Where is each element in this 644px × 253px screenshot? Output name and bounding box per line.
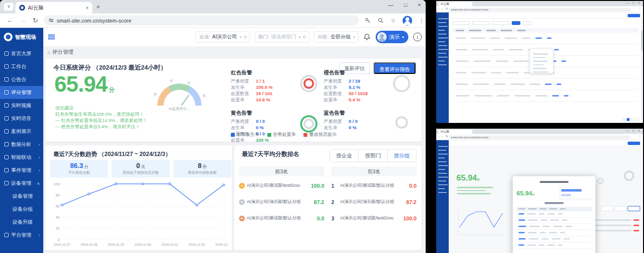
menu-item-icon xyxy=(4,51,9,56)
advice-line: 优化建议 xyxy=(55,105,147,111)
mini-rank-score xyxy=(633,219,639,221)
sidebar-item-数据分析[interactable]: 数据分析› xyxy=(0,138,43,151)
stat-value: 0 / 0 xyxy=(349,118,358,124)
bookmark-star-icon[interactable]: ☆ xyxy=(391,17,396,24)
skeleton-bar xyxy=(472,49,488,50)
browser-menu-icon[interactable]: ⋮ xyxy=(419,17,425,24)
stat-label: 处置数量 xyxy=(231,90,256,96)
sidebar-item-评分管理[interactable]: 评分管理 xyxy=(0,86,43,99)
zoom-icon[interactable] xyxy=(378,17,384,24)
skeleton-bar xyxy=(528,232,537,233)
sidebar-item-工作台[interactable]: 工作台 xyxy=(0,60,43,73)
back-icon[interactable]: ← xyxy=(7,17,13,24)
sidebar-item-智能联动[interactable]: 智能联动› xyxy=(0,151,43,164)
legend-swatch xyxy=(267,133,271,137)
skeleton-bar xyxy=(533,60,547,62)
skeleton-bar xyxy=(539,213,544,215)
stat-value: 100.0 % xyxy=(256,84,273,90)
link-icon[interactable] xyxy=(303,36,306,38)
menu-item-icon xyxy=(4,155,9,159)
app-logo-icon xyxy=(4,33,13,41)
stat-value: 1 / 1 xyxy=(256,78,265,84)
forward-icon[interactable]: → xyxy=(20,17,26,24)
sidebar-item-label: 设备管理 xyxy=(13,193,33,200)
notification-bell-icon[interactable] xyxy=(363,33,371,41)
sidebar-item-实时语音[interactable]: 实时语音 xyxy=(0,112,43,125)
link-icon[interactable] xyxy=(244,36,247,38)
score-gauge: 差 中 良 优 AI监测评分… xyxy=(155,80,203,113)
chevron-icon: ∧ xyxy=(37,181,40,186)
group-select[interactable]: 分组: 全部分组 ▾ xyxy=(314,31,358,43)
chevron-icon: › xyxy=(38,168,40,173)
advice-line: 红色告警发生率高达100.0%，请尽快处理！ xyxy=(55,111,147,117)
browser-toolbar: ← → ↻ smart-site.com.cn/system-score ☆ ⋮ xyxy=(0,13,426,28)
skeleton-bar xyxy=(562,219,568,221)
tab-close-icon[interactable]: × xyxy=(86,5,88,11)
sidebar-item-实时视频[interactable]: 实时视频 xyxy=(0,99,43,112)
secondary-window-top[interactable]: AI云脑 — □ × ‹ › ↻ smart-site.com.cn/syste… xyxy=(436,1,643,123)
skeleton-bar xyxy=(560,208,566,210)
sidebar-item-案例展示[interactable]: 案例展示 xyxy=(0,125,43,138)
mini-donut xyxy=(624,170,634,181)
tab-search-button[interactable]: ∨ xyxy=(4,3,13,11)
rank-row: ★AI演示公司/测试部/testGrou100.0 xyxy=(239,179,324,193)
trend-stat-value: 0次 xyxy=(112,162,170,170)
medal-icon: ★ xyxy=(239,183,245,189)
mini-table-header xyxy=(453,28,638,33)
skeleton-bar xyxy=(518,208,525,210)
trend-stat-label: 系统评分报告份数 xyxy=(173,170,231,175)
skeleton-bar xyxy=(528,219,538,221)
window-close-button[interactable]: × xyxy=(418,2,421,8)
menu-item-icon xyxy=(4,77,9,82)
mini-url: smart-site.com.cn/system-score xyxy=(449,135,631,139)
ranking-tab-按分组[interactable]: 按分组 xyxy=(387,150,416,162)
enterprise-select[interactable]: 企业: AI演示公司 ▾ xyxy=(196,31,250,43)
info-icon[interactable]: i xyxy=(413,33,422,41)
browser-profile-avatar[interactable] xyxy=(403,16,412,25)
ranking-tab-按部门[interactable]: 按部门 xyxy=(358,150,387,162)
reload-icon[interactable]: ↻ xyxy=(33,17,38,24)
skeleton-bar xyxy=(549,232,557,233)
trend-stat-label: 系统处于危险状态次数 xyxy=(112,170,170,175)
skeleton-bar xyxy=(518,244,524,246)
alarm-section-name: 蓝色告警 xyxy=(324,109,382,117)
alarm-stat-row: 发生率100.0 % xyxy=(231,84,290,90)
sidebar-item-首页大屏[interactable]: 首页大屏 xyxy=(0,47,43,60)
department-select[interactable]: 部门: 请选择部门 ▾ xyxy=(255,31,309,43)
window-minimize-button[interactable]: — xyxy=(388,2,393,8)
skeleton-bar xyxy=(547,37,552,39)
window-maximize-button[interactable]: □ xyxy=(404,2,407,8)
sidebar-item-平台管理[interactable]: 平台管理› xyxy=(0,229,43,241)
address-bar[interactable]: smart-site.com.cn/system-score xyxy=(44,15,359,25)
rank-name: AI演示公司/演示部/默认分组 xyxy=(245,199,306,205)
sidebar-item-设备升级[interactable]: 设备升级 xyxy=(0,216,43,229)
sidebar-item-设备管理[interactable]: 设备管理∧ xyxy=(0,177,43,190)
mini-search-row xyxy=(453,21,531,25)
skeleton-bar xyxy=(474,60,491,62)
mini-modal-table-rows xyxy=(517,211,592,249)
rank-name: AI演示公司/演示部/默认分组 xyxy=(338,199,398,205)
mini-ranking-tabs xyxy=(601,206,640,211)
hamburger-icon[interactable] xyxy=(48,35,55,39)
sidebar-item-设备管理[interactable]: 设备管理 xyxy=(0,190,43,203)
sidebar-item-事件管理[interactable]: 事件管理› xyxy=(0,164,43,177)
sidebar-item-设备分组[interactable]: 设备分组 xyxy=(0,203,43,216)
skeleton-bar xyxy=(540,208,546,210)
bottom-rank-column: 后3名 1AI演示公司/测试部/默认分组0.02AI演示公司/演示部/默认分组8… xyxy=(331,167,417,225)
sidebar-item-公告台[interactable]: 公告台 xyxy=(0,73,43,86)
skeleton-bar xyxy=(438,60,445,62)
browser-tab[interactable]: AI云脑 × xyxy=(15,2,92,13)
key-icon[interactable] xyxy=(365,17,371,24)
site-settings-icon[interactable] xyxy=(49,18,54,23)
chevron-icon: › xyxy=(38,233,40,238)
secondary-window-bottom[interactable]: AI云脑 — □ × ‹ › ↻ smart-site.com.cn/syste… xyxy=(436,129,643,253)
skeleton-bar xyxy=(558,213,563,215)
stat-label: 处置数量 xyxy=(324,90,349,96)
user-menu-button[interactable]: 演示 ▾ xyxy=(376,31,408,43)
alarm-stat-row: 严重程度0 / 0 xyxy=(324,118,382,124)
breadcrumb[interactable]: ⌂ 评分管理 xyxy=(47,48,74,56)
new-tab-button[interactable]: + xyxy=(96,3,100,11)
skeleton-bar xyxy=(533,53,548,55)
mini-menu-icon: ⋮ xyxy=(638,7,641,10)
ranking-tab-按企业[interactable]: 按企业 xyxy=(330,150,358,162)
